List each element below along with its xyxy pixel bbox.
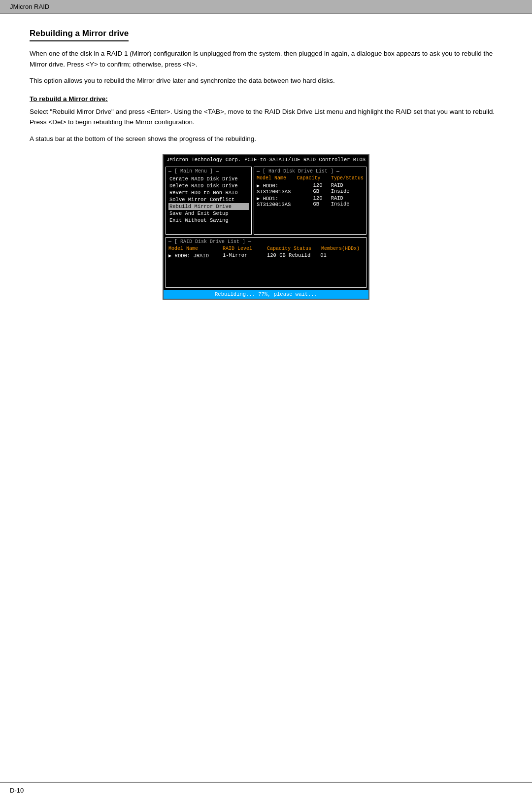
raid0-model: ▶ RDD0: JRAID [168, 252, 213, 259]
top-bar-title: JMicron RAID [10, 3, 49, 10]
top-bar: JMicron RAID [0, 0, 532, 14]
bios-main-menu-panel: — [ Main Menu ] — Cerate RAID Disk Drive… [166, 167, 252, 235]
section-title: Rebuilding a Mirror drive [30, 29, 129, 41]
bios-raid-panel: — [ RAID Disk Drive List ] — Model Name … [166, 237, 366, 288]
menu-item-solve: Solve Mirror Conflict [168, 196, 249, 203]
bios-company: JMicron Technology Corp. [166, 157, 241, 163]
raid-list-label: — [ RAID Disk Drive List ] — [168, 239, 364, 244]
bios-title: PCIE-to-SATAII/IDE RAID Controller BIOS [244, 157, 366, 163]
page-number: D-10 [10, 787, 24, 794]
hdd-row-0: ▶ HDD0: ST3120013AS 120 GB RAID Inside [257, 182, 364, 195]
hdd1-model: ▶ HDD1: ST3120013AS [257, 195, 313, 208]
raid0-cap-status: 120 GB Rebuild [267, 252, 310, 258]
hdd-col-capacity: Capacity [297, 175, 320, 181]
bios-status-bar: Rebuilding... 77%, please wait... [164, 290, 368, 299]
para3: Select "Rebuild Mirror Drive" and press … [30, 106, 502, 128]
raid-col-cap-status: Capacity Status [267, 246, 311, 251]
hdd-list-label: — [ Hard Disk Drive List ] — [257, 169, 364, 174]
raid0-level: 1-Mirror [223, 252, 257, 258]
content-area: Rebuilding a Mirror drive When one of th… [0, 14, 532, 329]
bios-main-section: — [ Main Menu ] — Cerate RAID Disk Drive… [164, 165, 368, 236]
menu-item-rebuild[interactable]: Rebuild Mirror Drive [168, 203, 249, 210]
raid-list-header: Model Name RAID Level Capacity Status Me… [168, 246, 364, 251]
hdd-col-model: Model Name [257, 175, 286, 181]
hdd1-type: RAID Inside [331, 195, 364, 208]
hdd-list-header: Model Name Capacity Type/Status [257, 175, 364, 181]
page-wrapper: JMicron RAID Rebuilding a Mirror drive W… [0, 0, 532, 798]
menu-item-revert: Revert HDD to Non-RAID [168, 189, 249, 196]
hdd0-model: ▶ HDD0: ST3120013AS [257, 182, 313, 195]
hdd-col-type-status: Type/Status [331, 175, 364, 181]
raid-col-level: RAID Level [223, 246, 257, 251]
menu-item-delete: Delete RAID Disk Drive [168, 182, 249, 189]
menu-item-cerate: Cerate RAID Disk Drive [168, 175, 249, 182]
bios-raid-section: — [ RAID Disk Drive List ] — Model Name … [164, 237, 368, 288]
bios-screenshot: JMicron Technology Corp. PCIE-to-SATAII/… [163, 154, 369, 300]
hdd-row-1: ▶ HDD1: ST3120013AS 120 GB RAID Inside [257, 195, 364, 208]
raid-col-members: Members(HDDx) [321, 246, 360, 251]
bottom-bar: D-10 [0, 782, 532, 798]
para4: A status bar at the bottom of the screen… [30, 134, 502, 144]
raid-row-0: ▶ RDD0: JRAID 1-Mirror 120 GB Rebuild 01 [168, 252, 364, 259]
raid0-members: 01 [320, 252, 327, 258]
main-menu-label: — [ Main Menu ] — [168, 169, 249, 174]
subsection-title: To rebuild a Mirror drive: [30, 95, 502, 103]
hdd0-capacity: 120 GB [313, 182, 331, 195]
raid-col-model: Model Name [168, 246, 213, 251]
bios-hdd-list-panel: — [ Hard Disk Drive List ] — Model Name … [254, 167, 366, 235]
para1: When one of the disk in a RAID 1 (Mirror… [30, 48, 502, 69]
para2: This option allows you to rebuild the Mi… [30, 75, 502, 86]
menu-item-exit: Exit Without Saving [168, 217, 249, 224]
menu-item-save: Save And Exit Setup [168, 210, 249, 217]
raid-empty-space [168, 259, 364, 286]
bios-top-bar: JMicron Technology Corp. PCIE-to-SATAII/… [164, 155, 368, 164]
hdd-empty-space [257, 208, 364, 233]
hdd0-type: RAID Inside [331, 182, 364, 195]
hdd1-capacity: 120 GB [313, 195, 331, 208]
